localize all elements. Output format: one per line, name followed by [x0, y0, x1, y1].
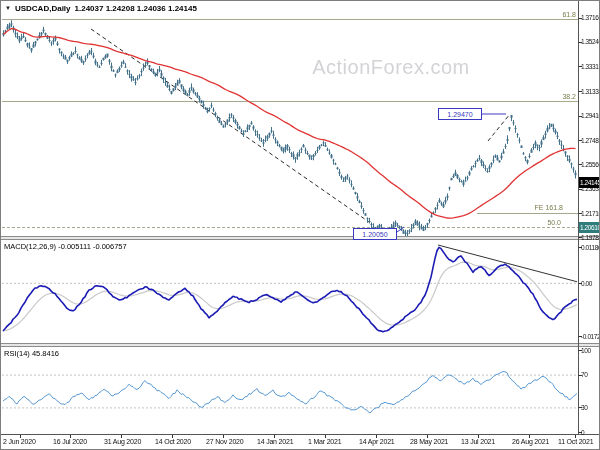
chart-title-bar: ▼ USDCAD,Daily 1.24037 1.24208 1.24036 1…: [5, 4, 197, 13]
price-annotation-box[interactable]: 1.20050: [353, 228, 397, 240]
symbol-period-label: USDCAD,Daily: [15, 4, 71, 13]
price-annotation-box[interactable]: 1.29470: [438, 108, 482, 120]
ohlc-values: 1.24037 1.24208 1.24036 1.24145: [75, 4, 197, 13]
chart-canvas[interactable]: [1, 1, 600, 450]
collapse-chart-icon[interactable]: ▼: [5, 4, 11, 13]
mt4-chart-window: ▼ USDCAD,Daily 1.24037 1.24208 1.24036 1…: [0, 0, 600, 450]
